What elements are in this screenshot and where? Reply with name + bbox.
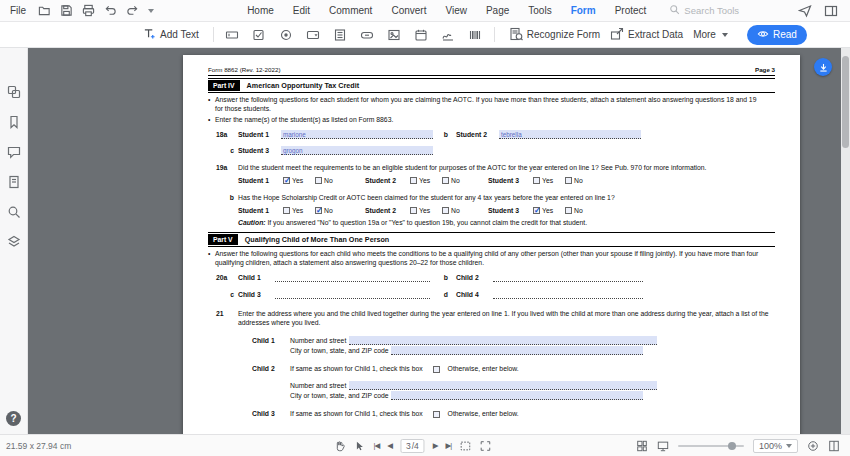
image-field-icon[interactable] [385, 25, 404, 44]
attachments-icon[interactable] [6, 174, 22, 190]
page-number-input[interactable]: 3/4 [400, 439, 425, 453]
add-text-button[interactable]: Add Text [138, 24, 204, 45]
stamps-icon[interactable] [6, 234, 22, 250]
share-icon[interactable] [798, 4, 812, 18]
child1-name-field[interactable] [275, 273, 430, 282]
part5-header: Part V Qualifying Child of More Than One… [208, 232, 775, 247]
search-icon[interactable] [6, 204, 22, 220]
push-button-field-icon[interactable] [358, 25, 377, 44]
recognize-form-button[interactable]: Recognize Form [504, 24, 605, 46]
first-page-button[interactable]: |◀ [373, 441, 379, 450]
s3-19a-yes-checkbox[interactable] [533, 177, 540, 184]
recognize-form-icon [509, 27, 523, 43]
customize-caret-icon[interactable] [148, 9, 154, 13]
cloud-upload-button[interactable] [814, 58, 832, 76]
more-button[interactable]: More [688, 26, 733, 43]
list-box-field-icon[interactable] [331, 25, 350, 44]
child4-name-field[interactable] [493, 290, 643, 299]
s2-19a-no-checkbox[interactable] [442, 177, 449, 184]
tab-convert[interactable]: Convert [390, 3, 427, 18]
child1-city-row: City or town, state, and ZIP code [208, 346, 775, 355]
s1-19b-yes-checkbox[interactable] [283, 207, 290, 214]
file-menu[interactable]: File [0, 5, 36, 16]
save-icon[interactable] [60, 4, 73, 17]
radio-button-field-icon[interactable] [277, 25, 296, 44]
form-toolbar: Add Text Recognize Form Extract Data Mor… [0, 22, 850, 48]
barcode-field-icon[interactable] [466, 25, 485, 44]
search-tools-box[interactable]: Search Tools [669, 4, 739, 17]
child2-name-field[interactable] [493, 273, 643, 282]
extract-data-button[interactable]: Extract Data [605, 24, 688, 46]
child2-street-field[interactable] [349, 381, 657, 390]
tab-page[interactable]: Page [485, 3, 510, 18]
checkbox-field-icon[interactable] [250, 25, 269, 44]
scrollbar-thumb[interactable] [842, 56, 849, 148]
tab-edit[interactable]: Edit [292, 3, 311, 18]
tab-comment[interactable]: Comment [328, 3, 373, 18]
student1-name-field[interactable]: marione [281, 130, 433, 139]
zoom-in-icon[interactable] [807, 440, 819, 452]
tab-protect[interactable]: Protect [614, 3, 648, 18]
panel-layout-icon[interactable] [824, 4, 838, 18]
next-page-button[interactable]: ▶ [433, 441, 438, 450]
bookmarks-icon[interactable] [6, 114, 22, 130]
read-mode-button[interactable]: Read [747, 25, 807, 45]
tab-tools[interactable]: Tools [527, 3, 552, 18]
child3-name-field[interactable] [275, 290, 430, 299]
redo-icon[interactable] [126, 4, 139, 17]
s1-19a-yes-checkbox[interactable] [283, 177, 290, 184]
zoom-slider-knob[interactable] [728, 442, 736, 450]
student3-name-field[interactable]: grogon [281, 146, 433, 155]
chevron-down-icon [786, 444, 792, 448]
s2-19b-no-checkbox[interactable] [442, 207, 449, 214]
s3-19a-no-checkbox[interactable] [565, 177, 572, 184]
child2-city-field[interactable] [391, 391, 643, 400]
full-screen-icon[interactable] [479, 440, 491, 452]
open-icon[interactable] [38, 4, 51, 17]
snapshot-icon[interactable] [459, 440, 471, 452]
student2-name-field[interactable]: tebrella [499, 130, 641, 139]
text-field-icon[interactable] [223, 25, 242, 44]
child1-street-row: Child 1 Number and street [208, 336, 775, 345]
hand-tool-icon[interactable] [333, 440, 345, 452]
s2-19a-yes-checkbox[interactable] [410, 177, 417, 184]
line-19a-answers: Student 1 Yes No Student 2 Yes No Studen… [208, 176, 775, 185]
child3-same-checkbox[interactable] [433, 411, 440, 418]
previous-page-button[interactable]: ◀ [387, 441, 392, 450]
s2-19b-yes-checkbox[interactable] [410, 207, 417, 214]
child1-city-field[interactable] [391, 346, 643, 355]
comments-icon[interactable] [6, 144, 22, 160]
page-view-icon[interactable] [636, 440, 648, 452]
tab-form[interactable]: Form [570, 3, 597, 18]
fit-page-icon[interactable] [828, 440, 840, 452]
line-20c-row: c Child 3 d Child 4 [208, 290, 775, 299]
help-icon[interactable]: ? [6, 411, 21, 426]
print-icon[interactable] [82, 4, 95, 17]
presentation-icon[interactable] [657, 440, 669, 452]
line-21-question: 21 Enter the address where you and the c… [208, 309, 775, 327]
child1-street-field[interactable] [349, 336, 657, 345]
s1-19a-no-checkbox[interactable] [315, 177, 322, 184]
date-field-icon[interactable] [412, 25, 431, 44]
tab-view[interactable]: View [444, 3, 468, 18]
s3-19b-yes-checkbox[interactable] [533, 207, 540, 214]
s1-19b-no-checkbox[interactable] [315, 207, 322, 214]
tab-home[interactable]: Home [246, 3, 275, 18]
part5-chip: Part V [208, 234, 238, 245]
document-viewport[interactable]: Form 8862 (Rev. 12-2022) Page 3 Part IV … [28, 48, 850, 434]
menu-bar: File Home Edit Comment Convert View Page… [0, 0, 850, 22]
select-tool-icon[interactable] [353, 440, 365, 452]
thumbnails-icon[interactable] [6, 84, 22, 100]
s3-19b-no-checkbox[interactable] [565, 207, 572, 214]
signature-field-icon[interactable] [439, 25, 458, 44]
zoom-slider[interactable] [678, 445, 744, 447]
dropdown-field-icon[interactable] [304, 25, 323, 44]
zoom-level-select[interactable]: 100% [753, 439, 798, 453]
vertical-scrollbar[interactable] [841, 48, 850, 434]
extract-data-icon [610, 27, 624, 43]
last-page-button[interactable]: ▶| [446, 441, 452, 450]
child2-same-checkbox[interactable] [433, 366, 440, 373]
part5-intro: Answer the following questions for each … [208, 249, 768, 267]
undo-icon[interactable] [104, 4, 117, 17]
ribbon-tabs: Home Edit Comment Convert View Page Tool… [246, 3, 647, 18]
